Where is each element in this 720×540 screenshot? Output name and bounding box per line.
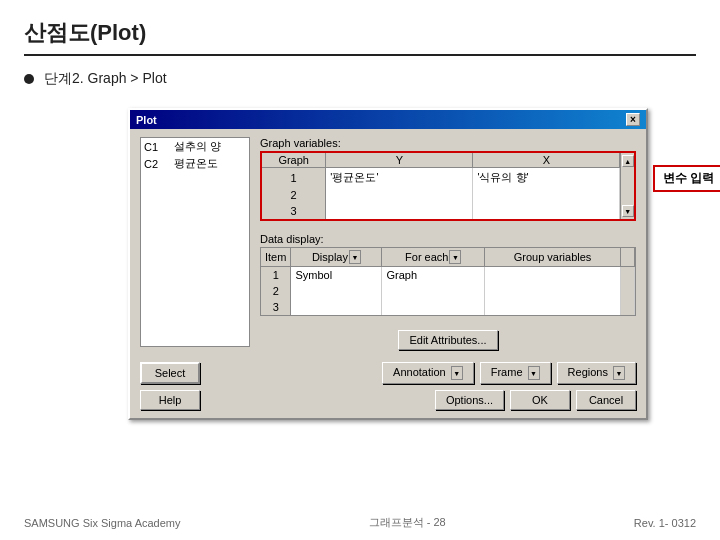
dd-group-2[interactable] [485, 283, 621, 299]
dialog-body: C1 설추의 양 C2 평균온도 Graph variables: [130, 129, 646, 360]
dd-display-1[interactable]: Symbol [291, 267, 382, 284]
graph-variables-section: Graph variables: Graph Y X [260, 137, 636, 221]
frame-button[interactable]: Frame ▼ [480, 362, 551, 384]
gv-header-x: X [473, 153, 620, 168]
help-button[interactable]: Help [140, 390, 200, 410]
gv-row-y-3[interactable] [326, 203, 473, 219]
variable-list-panel: C1 설추의 양 C2 평균온도 [140, 137, 250, 347]
scroll-up-arrow[interactable]: ▲ [622, 155, 634, 167]
dd-header-group-vars: Group variables [485, 248, 621, 267]
gv-row-x-1[interactable]: '식유의 향' [473, 168, 620, 188]
gv-row-num-2: 2 [262, 187, 326, 203]
subtitle-text: 단계2. Graph > Plot [44, 70, 167, 88]
dd-for-each-label: For each [405, 251, 448, 263]
gv-row-x-2[interactable] [473, 187, 620, 203]
regions-dropdown-icon[interactable]: ▼ [613, 366, 625, 380]
dialog-action-row: Help Options... OK Cancel [130, 390, 646, 418]
var-row-2[interactable]: C2 평균온도 [141, 155, 249, 172]
var-name-2: 평균온도 [171, 155, 249, 172]
dd-row-1[interactable]: 1 Symbol Graph [261, 267, 635, 284]
graph-variables-table: Graph Y X 1 '평균온도' '식유의 향' [262, 153, 620, 219]
dd-group-3[interactable] [485, 299, 621, 315]
variable-table: C1 설추의 양 C2 평균온도 [141, 138, 249, 172]
dd-display-dropdown[interactable]: ▼ [349, 250, 361, 264]
dd-header-item: Item [261, 248, 291, 267]
gv-row-1[interactable]: 1 '평균온도' '식유의 향' [262, 168, 620, 188]
dd-item-3: 3 [261, 299, 291, 315]
dialog-close-button[interactable]: × [626, 113, 640, 126]
dd-item-1: 1 [261, 267, 291, 284]
gv-header-graph: Graph [262, 153, 326, 168]
gv-row-3[interactable]: 3 [262, 203, 620, 219]
bullet-icon [24, 74, 34, 84]
dd-display-2[interactable] [291, 283, 382, 299]
data-display-table: Item Display ▼ [261, 248, 635, 315]
gv-header-y: Y [326, 153, 473, 168]
dd-header-for-each: For each ▼ [382, 248, 485, 267]
gv-row-2[interactable]: 2 [262, 187, 620, 203]
frame-dropdown-icon[interactable]: ▼ [528, 366, 540, 380]
var-input-label: 변수 입력 [653, 165, 720, 192]
dd-for-each-1[interactable]: Graph [382, 267, 485, 284]
dd-group-1[interactable] [485, 267, 621, 284]
var-row-1[interactable]: C1 설추의 양 [141, 138, 249, 155]
var-id-1: C1 [141, 138, 171, 155]
dd-row-2[interactable]: 2 [261, 283, 635, 299]
scroll-down-arrow[interactable]: ▼ [622, 205, 634, 217]
gv-row-num-1: 1 [262, 168, 326, 188]
ok-button[interactable]: OK [510, 390, 570, 410]
data-display-section: Data display: Item Display ▼ [260, 233, 636, 316]
regions-button[interactable]: Regions ▼ [557, 362, 636, 384]
footer-left: SAMSUNG Six Sigma Academy [24, 517, 181, 529]
subtitle: 단계2. Graph > Plot [24, 70, 696, 88]
right-panel: Graph variables: Graph Y X [260, 137, 636, 350]
edit-attributes-wrapper: Edit Attributes... [260, 330, 636, 350]
select-button[interactable]: Select [140, 362, 200, 384]
plot-dialog: Plot × C1 설추의 양 C2 평균온도 [128, 108, 648, 420]
regions-label: Regions [568, 366, 608, 378]
page-footer: SAMSUNG Six Sigma Academy 그래프분석 - 28 Rev… [24, 515, 696, 530]
edit-attributes-button[interactable]: Edit Attributes... [398, 330, 497, 350]
data-display-table-wrapper: Item Display ▼ [260, 247, 636, 316]
var-id-2: C2 [141, 155, 171, 172]
gv-row-num-3: 3 [262, 203, 326, 219]
dd-scrollbar-header [621, 248, 635, 267]
page-title: 산점도(Plot) [24, 18, 696, 48]
dd-item-2: 2 [261, 283, 291, 299]
annotation-dropdown-icon[interactable]: ▼ [451, 366, 463, 380]
gv-row-x-3[interactable] [473, 203, 620, 219]
var-name-1: 설추의 양 [171, 138, 249, 155]
annotation-button[interactable]: Annotation ▼ [382, 362, 474, 384]
dd-row-3[interactable]: 3 [261, 299, 635, 315]
gv-scrollbar[interactable]: ▲ ▼ [620, 153, 634, 219]
dialog-title: Plot [136, 114, 157, 126]
graph-variables-label: Graph variables: [260, 137, 636, 149]
dd-header-display: Display ▼ [291, 248, 382, 267]
dd-display-label: Display [312, 251, 348, 263]
title-divider [24, 54, 696, 56]
gv-row-y-2[interactable] [326, 187, 473, 203]
options-button[interactable]: Options... [435, 390, 504, 410]
footer-right: Rev. 1- 0312 [634, 517, 696, 529]
dialog-titlebar: Plot × [130, 110, 646, 129]
footer-center: 그래프분석 - 28 [181, 515, 634, 530]
dd-display-3[interactable] [291, 299, 382, 315]
annotation-frame-regions-group: Annotation ▼ Frame ▼ Regions ▼ [382, 362, 636, 384]
annotation-label: Annotation [393, 366, 446, 378]
frame-label: Frame [491, 366, 523, 378]
dd-for-each-2[interactable] [382, 283, 485, 299]
cancel-button[interactable]: Cancel [576, 390, 636, 410]
data-display-label: Data display: [260, 233, 636, 245]
gv-row-y-1[interactable]: '평균온도' [326, 168, 473, 188]
dd-for-each-dropdown[interactable]: ▼ [449, 250, 461, 264]
dd-for-each-3[interactable] [382, 299, 485, 315]
